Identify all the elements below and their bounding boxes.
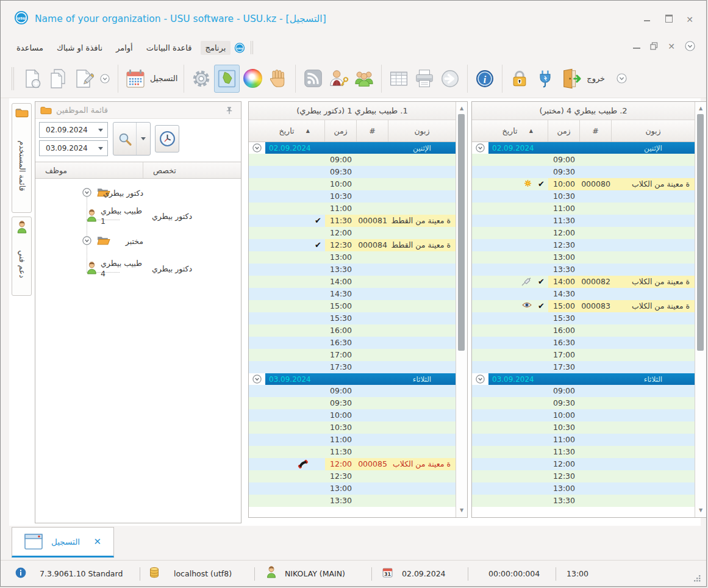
column-number[interactable]: # <box>580 120 612 142</box>
minimize-button[interactable] <box>640 14 654 25</box>
schedule-slot-row[interactable]: 12:30 <box>472 470 695 482</box>
collapse-group-icon[interactable] <box>82 236 91 245</box>
schedule-slot-row[interactable]: 10:30 <box>472 421 695 434</box>
column-number[interactable]: # <box>357 120 388 142</box>
schedule-slot-row[interactable]: 17:30 <box>249 361 456 373</box>
disconnect-plug-button[interactable] <box>532 65 558 93</box>
mdi-restore-button[interactable] <box>650 42 658 50</box>
schedule-slot-row[interactable]: 09:00 <box>472 385 695 397</box>
column-date[interactable]: تاريخ▲ <box>249 120 325 142</box>
collapse-day-icon[interactable] <box>476 375 485 384</box>
toolbar-drag-handle[interactable] <box>12 67 12 90</box>
schedule-slot-row[interactable]: 11:00 <box>472 434 695 446</box>
mdi-close-button[interactable]: ✕ <box>668 42 675 51</box>
color-wheel-button[interactable] <box>240 65 265 93</box>
schedule-slot-row[interactable]: 14:00 <box>249 276 456 288</box>
schedule-slot-row[interactable]: 12:30 <box>249 470 456 482</box>
new-record-button[interactable] <box>20 65 45 93</box>
appointment-row[interactable]: 12:00000085ة معينة من الكلاب <box>249 458 456 470</box>
toolbar-overflow-icon[interactable] <box>617 73 627 84</box>
mdi-minimize-button[interactable] <box>633 43 640 49</box>
tree-group-vet-doctor[interactable]: دكتور بيطري <box>103 188 143 198</box>
menu-item-database[interactable]: قاعدة البيانات <box>141 41 197 55</box>
schedule-scrollbar[interactable]: ▲ ▼ <box>695 102 706 517</box>
schedule-slot-row[interactable]: 10:30 <box>249 190 456 203</box>
column-client[interactable]: زبون <box>612 120 695 142</box>
menu-item-help[interactable]: مساعدة <box>12 41 48 55</box>
schedule-slot-row[interactable]: 11:30 <box>249 446 456 458</box>
column-time[interactable]: زمن <box>548 120 580 142</box>
schedule-slot-row[interactable]: 09:00 <box>472 154 695 166</box>
collapse-group-icon[interactable] <box>82 188 91 197</box>
day-group-row[interactable]: 02.09.2024الإثنين <box>249 142 456 154</box>
schedule-slot-row[interactable]: 14:30 <box>472 288 695 300</box>
schedule-slot-row[interactable]: 13:30 <box>472 495 695 507</box>
column-time[interactable]: زمن <box>325 120 357 142</box>
sidebar-tab-user-list[interactable]: قائمة المستخدم <box>12 103 32 213</box>
schedule-slot-row[interactable]: 12:00 <box>472 227 695 239</box>
appointment-row[interactable]: ✔11:30000081ة معينة من القطط <box>249 215 456 227</box>
tab-register[interactable]: التسجيل ✕ <box>12 527 114 558</box>
schedule-slot-row[interactable]: 12:30 <box>472 239 695 251</box>
register-calendar-button[interactable]: التسجيل <box>123 65 179 93</box>
schedule-slot-row[interactable]: 10:30 <box>472 190 695 203</box>
tree-group-laboratory[interactable]: مختبر <box>126 237 143 246</box>
schedule-clock-button[interactable] <box>155 125 179 152</box>
column-client[interactable]: زبون <box>388 120 456 142</box>
resize-grip[interactable] <box>693 574 701 583</box>
schedule-slot-row[interactable]: 09:00 <box>249 154 456 166</box>
menu-item-program[interactable]: برنامج <box>201 41 231 55</box>
schedule-slot-row[interactable]: 13:00 <box>249 482 456 495</box>
mdi-menu-dropdown-icon[interactable] <box>685 41 695 51</box>
schedule-slot-row[interactable]: 16:00 <box>249 324 456 337</box>
tab-close-icon[interactable]: ✕ <box>93 536 101 547</box>
sidebar-tab-tech-support[interactable]: دعم فني <box>12 217 32 296</box>
schedule-slot-row[interactable]: 15:30 <box>472 312 695 324</box>
scrollbar-thumb[interactable] <box>458 114 465 351</box>
info-button[interactable]: i <box>472 65 498 93</box>
search-split-button[interactable] <box>113 122 151 156</box>
appointment-row[interactable]: ✔15:00000083ة معينة من الكلاب <box>472 300 695 312</box>
maximize-button[interactable] <box>662 14 676 25</box>
scroll-down-icon[interactable]: ▼ <box>695 505 706 515</box>
schedule-slot-row[interactable]: 12:00 <box>249 227 456 239</box>
records-dropdown-icon[interactable] <box>100 74 110 84</box>
exit-button[interactable]: خروج <box>558 65 607 93</box>
lock-button[interactable] <box>507 65 532 93</box>
schedule-slot-row[interactable]: 16:30 <box>249 337 456 349</box>
schedule-slot-row[interactable]: 13:30 <box>249 264 456 276</box>
schedule-slot-row[interactable]: 13:30 <box>472 264 695 276</box>
day-group-row[interactable]: 03.09.2024الثلاثاء <box>472 373 695 385</box>
schedule-slot-row[interactable]: 15:30 <box>249 312 456 324</box>
collapse-day-icon[interactable] <box>476 143 485 152</box>
schedule-slot-row[interactable]: 12:00 <box>472 458 695 470</box>
appointment-row[interactable]: ✔14:00000082ة معينة من الكلاب <box>472 276 695 288</box>
day-group-row[interactable]: 02.09.2024الإثنين <box>472 142 695 154</box>
menu-drag-handle[interactable] <box>252 41 253 54</box>
schedule-slot-row[interactable]: 11:30 <box>472 446 695 458</box>
column-specialty[interactable]: تخصص <box>143 162 241 178</box>
schedule-slot-row[interactable]: 17:00 <box>472 349 695 361</box>
edit-record-button[interactable] <box>71 65 96 93</box>
search-options-dropdown[interactable] <box>137 123 150 155</box>
schedule-slot-row[interactable]: 09:30 <box>249 166 456 178</box>
schedule-slot-row[interactable]: 11:00 <box>249 434 456 446</box>
print-button[interactable] <box>412 65 437 93</box>
day-group-row[interactable]: 03.09.2024الثلاثاء <box>249 373 456 385</box>
pin-icon[interactable] <box>225 106 234 115</box>
close-button[interactable]: ✕ <box>683 14 696 25</box>
copy-record-button[interactable] <box>45 65 71 93</box>
column-date[interactable]: تاريخ▲ <box>472 120 548 142</box>
schedule-slot-row[interactable]: 14:30 <box>249 288 456 300</box>
table-view-button[interactable] <box>386 65 412 93</box>
scroll-up-icon[interactable]: ▲ <box>695 103 706 113</box>
settings-gear-button[interactable] <box>188 65 214 93</box>
map-button[interactable] <box>214 65 240 93</box>
feed-rss-button[interactable] <box>300 65 326 93</box>
schedule-slot-row[interactable]: 09:30 <box>472 166 695 178</box>
program-menu-icon[interactable]: usu <box>234 41 245 55</box>
schedule-slot-row[interactable]: 17:00 <box>249 349 456 361</box>
schedule-slot-row[interactable]: 15:00 <box>249 300 456 312</box>
schedule-slot-row[interactable]: 09:00 <box>249 385 456 397</box>
schedule-slot-row[interactable]: 16:00 <box>472 324 695 337</box>
